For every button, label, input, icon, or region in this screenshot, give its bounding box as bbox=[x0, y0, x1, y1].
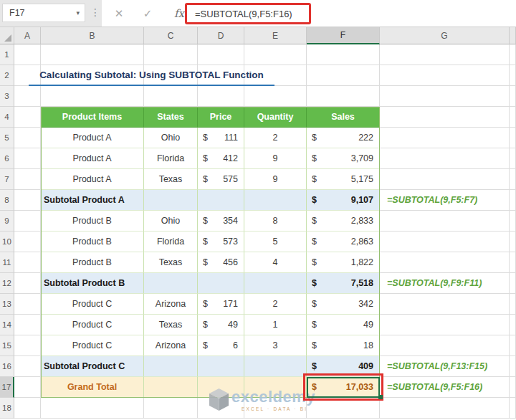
cell-A13[interactable] bbox=[14, 294, 41, 315]
cell-C12[interactable] bbox=[144, 273, 198, 294]
cell-F18[interactable] bbox=[307, 398, 380, 419]
row-header-8[interactable]: 8 bbox=[0, 190, 14, 211]
cell-C8[interactable] bbox=[144, 190, 198, 211]
column-header-B[interactable]: B bbox=[41, 27, 144, 44]
row-header-3[interactable]: 3 bbox=[0, 86, 14, 107]
cell-G10[interactable] bbox=[380, 232, 510, 252]
column-header-A[interactable]: A bbox=[14, 27, 41, 44]
cell-G7[interactable] bbox=[380, 169, 510, 190]
cell-B1[interactable] bbox=[41, 44, 144, 65]
confirm-icon[interactable]: ✓ bbox=[138, 0, 158, 27]
table-header-F4[interactable]: Sales bbox=[307, 107, 380, 128]
cell-D8[interactable] bbox=[198, 190, 244, 211]
column-header-D[interactable]: D bbox=[198, 27, 244, 44]
cell-G9[interactable] bbox=[380, 211, 510, 232]
row-header-11[interactable]: 11 bbox=[0, 252, 14, 273]
column-header-E[interactable]: E bbox=[244, 27, 307, 44]
cell-E7[interactable]: 9 bbox=[244, 169, 307, 190]
cell-C5[interactable]: Ohio bbox=[144, 128, 198, 148]
cell-D11[interactable]: $456 bbox=[198, 252, 244, 273]
cell-G18[interactable] bbox=[380, 398, 510, 419]
cell-G15[interactable] bbox=[380, 335, 510, 356]
formula-annotation-row12[interactable]: =SUBTOTAL(9,F9:F11) bbox=[387, 273, 482, 294]
cell-H18[interactable] bbox=[510, 398, 516, 419]
cell-H16[interactable] bbox=[510, 356, 516, 377]
cell-D12[interactable] bbox=[198, 273, 244, 294]
cell-H15[interactable] bbox=[510, 335, 516, 356]
cell-C14[interactable]: Texas bbox=[144, 315, 198, 335]
cell-A8[interactable] bbox=[14, 190, 41, 211]
cell-A14[interactable] bbox=[14, 315, 41, 335]
name-box-dropdown-icon[interactable]: ▾ bbox=[76, 9, 85, 16]
cell-C11[interactable]: Texas bbox=[144, 252, 198, 273]
row-header-1[interactable]: 1 bbox=[0, 44, 14, 65]
row-header-17[interactable]: 17 bbox=[0, 377, 14, 398]
row-header-10[interactable]: 10 bbox=[0, 232, 14, 252]
cell-B3[interactable] bbox=[41, 86, 144, 107]
cell-D13[interactable]: $171 bbox=[198, 294, 244, 315]
row-header-15[interactable]: 15 bbox=[0, 335, 14, 356]
cell-B17[interactable]: Grand Total bbox=[41, 377, 144, 398]
cell-G14[interactable] bbox=[380, 315, 510, 335]
cell-H17[interactable] bbox=[510, 377, 516, 398]
table-header-B4[interactable]: Product Items bbox=[41, 107, 144, 128]
cell-E6[interactable]: 9 bbox=[244, 148, 307, 169]
cancel-icon[interactable]: ✕ bbox=[109, 0, 129, 27]
cell-F2[interactable] bbox=[307, 65, 380, 86]
cell-A7[interactable] bbox=[14, 169, 41, 190]
row-header-12[interactable]: 12 bbox=[0, 273, 14, 294]
row-header-13[interactable]: 13 bbox=[0, 294, 14, 315]
cell-A11[interactable] bbox=[14, 252, 41, 273]
cell-F10[interactable]: $2,863 bbox=[307, 232, 380, 252]
cell-D16[interactable] bbox=[198, 356, 244, 377]
cell-F14[interactable]: $49 bbox=[307, 315, 380, 335]
row-header-2[interactable]: 2 bbox=[0, 65, 14, 86]
table-header-D4[interactable]: Price bbox=[198, 107, 244, 128]
cell-H11[interactable] bbox=[510, 252, 516, 273]
formula-annotation-row8[interactable]: =SUBTOTAL(9,F5:F7) bbox=[387, 190, 477, 211]
formula-bar-input[interactable]: =SUBTOTAL(9,F5:F16) bbox=[187, 9, 292, 19]
cell-C16[interactable] bbox=[144, 356, 198, 377]
select-all-button[interactable] bbox=[0, 27, 14, 44]
cell-C7[interactable]: Texas bbox=[144, 169, 198, 190]
row-header-4[interactable]: 4 bbox=[0, 107, 14, 128]
cell-F17[interactable]: $17,033 bbox=[307, 377, 380, 398]
column-header-G[interactable]: G bbox=[380, 27, 510, 44]
cell-D15[interactable]: $6 bbox=[198, 335, 244, 356]
row-header-6[interactable]: 6 bbox=[0, 148, 14, 169]
cell-E10[interactable]: 5 bbox=[244, 232, 307, 252]
cell-D5[interactable]: $111 bbox=[198, 128, 244, 148]
cell-D14[interactable]: $49 bbox=[198, 315, 244, 335]
cell-B13[interactable]: Product C bbox=[41, 294, 144, 315]
column-header-partial[interactable] bbox=[510, 27, 516, 44]
cell-H4[interactable] bbox=[510, 107, 516, 128]
cell-F8[interactable]: $9,107 bbox=[307, 190, 380, 211]
cell-E13[interactable]: 2 bbox=[244, 294, 307, 315]
cell-D6[interactable]: $412 bbox=[198, 148, 244, 169]
cell-G6[interactable] bbox=[380, 148, 510, 169]
cell-G5[interactable] bbox=[380, 128, 510, 148]
cell-H1[interactable] bbox=[510, 44, 516, 65]
cell-B8[interactable]: Subtotal Product A bbox=[41, 190, 144, 211]
row-header-14[interactable]: 14 bbox=[0, 315, 14, 335]
cell-E15[interactable]: 3 bbox=[244, 335, 307, 356]
cell-C15[interactable]: Arizona bbox=[144, 335, 198, 356]
cell-G3[interactable] bbox=[380, 86, 510, 107]
row-header-7[interactable]: 7 bbox=[0, 169, 14, 190]
cell-E16[interactable] bbox=[244, 356, 307, 377]
cell-F15[interactable]: $18 bbox=[307, 335, 380, 356]
cell-B11[interactable]: Product B bbox=[41, 252, 144, 273]
cell-A17[interactable] bbox=[14, 377, 41, 398]
cell-F13[interactable]: $342 bbox=[307, 294, 380, 315]
cell-B18[interactable] bbox=[41, 398, 144, 419]
cell-F11[interactable]: $1,822 bbox=[307, 252, 380, 273]
cell-H7[interactable] bbox=[510, 169, 516, 190]
cell-A15[interactable] bbox=[14, 335, 41, 356]
cell-B16[interactable]: Subtotal Product C bbox=[41, 356, 144, 377]
cell-E3[interactable] bbox=[244, 86, 307, 107]
cell-D1[interactable] bbox=[198, 44, 244, 65]
cell-A9[interactable] bbox=[14, 211, 41, 232]
column-header-C[interactable]: C bbox=[144, 27, 198, 44]
worksheet-title[interactable]: Calculating Subtotal: Using SUBTOTAL Fun… bbox=[29, 65, 274, 86]
cell-B9[interactable]: Product B bbox=[41, 211, 144, 232]
